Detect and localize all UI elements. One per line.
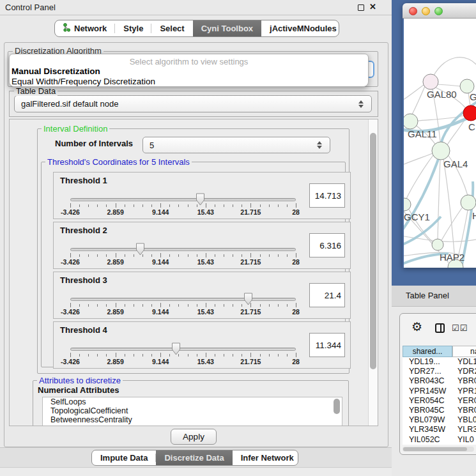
table-row[interactable]: YBR043CYBR0 [403,376,476,386]
threshold-2-slider[interactable] [70,248,296,251]
slider-thumb[interactable] [171,342,181,355]
attributes-group-label: Attributes to discretize [37,376,123,385]
tab-cyni-toolbox-label: Cyni Toolbox [201,24,253,33]
tab-jactivemnodules[interactable]: jActiveMNodules [261,20,339,36]
tab-discretize-data[interactable]: Discretize Data [156,450,232,465]
gear-icon[interactable]: ⚙ [411,321,422,333]
network-node[interactable] [432,239,443,250]
table-row[interactable]: YIL052CYIL0 [403,435,476,445]
table-row[interactable]: YDR27...YDR2 [403,367,476,376]
slider-tick-label: 21.715 [240,258,261,266]
network-node[interactable] [463,105,476,121]
threshold-1-value-field[interactable]: 14.713 [309,183,345,208]
number-of-intervals-label: Number of Intervals [55,139,133,148]
algorithm-placeholder-option[interactable]: Select algorithm to view settings [10,57,368,66]
panel-scrollbar-thumb[interactable] [370,133,376,369]
slider-tick-label: 15.43 [197,208,214,216]
attribute-list-item[interactable]: SelfLoops [43,397,342,406]
table-row[interactable]: YER054CYER0 [403,396,476,406]
table-data-combobox[interactable]: galFiltered.sif default node [14,95,372,112]
close-icon[interactable]: ✕ [369,2,376,12]
apply-button[interactable]: Apply [171,429,217,445]
tab-cyni-toolbox[interactable]: Cyni Toolbox [193,20,261,36]
threshold-4-label: Threshold 4 [60,325,107,335]
slider-ticks [70,203,296,208]
attribute-list-item[interactable]: TopologicalCoefficient [43,406,342,415]
slider-ticks [70,303,296,308]
table-row[interactable]: YPR145WYPR1 [403,387,476,396]
numerical-attributes-list[interactable]: SelfLoopsTopologicalCoefficientBetweenne… [42,397,342,426]
network-window: GAL80GACGAL11GAL4GCY1HHAP2 [403,3,476,268]
bottom-tabbar: Impute Data Discretize Data Infer Networ… [91,450,298,466]
slider-thumb[interactable] [243,293,253,305]
list-scrollbar[interactable] [334,399,340,414]
slider-ticks [70,253,296,258]
threshold-3-label: Threshold 3 [60,275,107,285]
slider-ticks [70,353,296,358]
table-row[interactable]: YBR045CYBR0 [403,406,476,415]
network-node[interactable] [404,114,418,129]
slider-tick-label: 9.144 [152,358,169,365]
network-node[interactable] [423,74,438,89]
control-panel: Control Panel ✕ Network Style Select [0,0,392,476]
tab-infer-network-label: Infer Network [241,453,294,463]
threshold-1-slider[interactable] [70,198,296,201]
slider-tick-label: 21.715 [240,208,261,216]
tab-style[interactable]: Style [115,20,151,36]
tab-network[interactable]: Network [55,20,115,36]
window-minimize-icon[interactable] [422,7,430,15]
attribute-list-item[interactable]: BetweennessCentrality [43,415,342,424]
network-node[interactable] [461,195,476,210]
table-row[interactable]: YBL079WYBL0 [403,415,476,425]
network-window-titlebar[interactable] [403,3,476,19]
column-header-name[interactable]: na [452,346,476,357]
threshold-4-value-field[interactable]: 11.344 [309,333,345,357]
threshold-4-slider[interactable] [70,348,296,351]
slider-tick-label: 15.43 [197,358,214,365]
threshold-2-value-field[interactable]: 6.316 [309,233,345,257]
slider-tick-label: 2.859 [107,308,123,316]
slider-tick-label: 9.144 [152,258,169,266]
algorithm-option-equal-width[interactable]: Equal Width/Frequency Discretization [12,77,155,86]
float-window-icon[interactable] [358,4,364,11]
tab-discretize-data-label: Discretize Data [164,453,224,463]
table-row[interactable]: YDL19...YDL1 [403,357,476,367]
tab-jactivemnodules-label: jActiveMNodules [270,24,337,33]
column-header-shared-name[interactable]: shared... [403,346,452,357]
algorithm-dropdown-popup: Select algorithm to view settings Manual… [9,54,369,87]
tab-impute-data[interactable]: Impute Data [92,450,156,465]
network-node[interactable] [404,198,411,211]
slider-tick-label: 9.144 [152,308,169,316]
threshold-2-label: Threshold 2 [60,226,107,235]
table-rows[interactable]: YDL19...YDL1YDR27...YDR2YBR043CYBR0YPR14… [403,357,476,445]
threshold-4-row: Threshold 4 11.344 -3.4262.8599.14415.43… [53,321,351,369]
threshold-3-value-field[interactable]: 21.4 [309,283,345,307]
tab-select-label: Select [160,24,184,33]
bottom-strip [0,468,392,476]
node-label: GAL11 [408,128,437,139]
number-of-intervals-combobox[interactable]: 5 [142,137,330,153]
threshold-3-slider[interactable] [70,298,296,301]
slider-thumb[interactable] [196,193,205,206]
table-hscrollbar-thumb[interactable] [403,447,467,451]
node-label: GAL80 [427,89,457,100]
table-panel-titlebar[interactable]: Table Panel [392,286,476,307]
network-canvas[interactable]: GAL80GACGAL11GAL4GCY1HHAP2 [404,19,476,268]
window-zoom-icon[interactable] [434,7,443,15]
network-node[interactable] [432,142,450,160]
node-table-card: ⚙ ☑☑ shared... na YDL19...YDL1YDR27...YD… [399,313,476,455]
algorithm-option-manual[interactable]: Manual Discretization [12,66,100,76]
slider-thumb[interactable] [135,243,145,256]
table-row[interactable]: YLR345WYLR3 [403,425,476,434]
node-label: GAL4 [443,158,468,169]
threshold-3-row: Threshold 3 21.4 -3.4262.8599.14415.4321… [53,272,351,319]
table-hscrollbar-track[interactable] [403,447,474,452]
slider-tick-label: 21.715 [240,308,261,316]
window-close-icon[interactable] [409,7,417,15]
column-manager-icon[interactable] [435,323,445,333]
tab-infer-network[interactable]: Infer Network [233,450,298,465]
select-columns-icon[interactable]: ☑☑ [452,323,468,333]
slider-tick-label: 9.144 [152,208,169,216]
tab-select[interactable]: Select [151,20,192,36]
tab-impute-data-label: Impute Data [100,453,148,463]
